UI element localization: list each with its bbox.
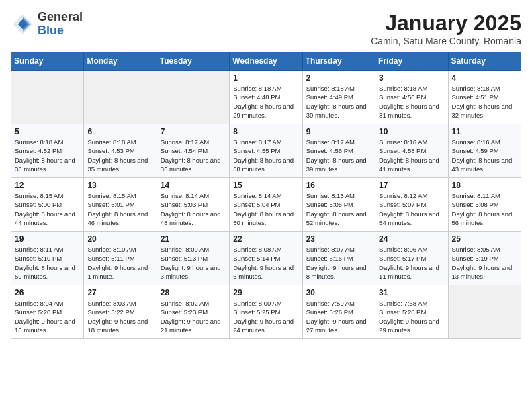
- calendar-cell: 2Sunrise: 8:18 AMSunset: 4:49 PMDaylight…: [302, 71, 375, 124]
- day-number: 16: [306, 181, 371, 190]
- calendar-cell: 8Sunrise: 8:17 AMSunset: 4:55 PMDaylight…: [230, 124, 302, 178]
- day-info: Sunrise: 8:18 AMSunset: 4:52 PMDaylight:…: [15, 138, 80, 173]
- day-number: 26: [15, 288, 80, 298]
- day-number: 5: [15, 127, 80, 136]
- day-info: Sunrise: 8:00 AMSunset: 5:25 PMDaylight:…: [233, 299, 298, 334]
- calendar-cell: 9Sunrise: 8:17 AMSunset: 4:56 PMDaylight…: [302, 124, 375, 178]
- week-row-1: 1Sunrise: 8:18 AMSunset: 4:48 PMDaylight…: [11, 71, 521, 124]
- logo-general: General: [38, 11, 83, 24]
- weekday-header-monday: Monday: [84, 52, 157, 71]
- day-info: Sunrise: 8:11 AMSunset: 5:08 PMDaylight:…: [452, 191, 517, 227]
- day-info: Sunrise: 8:05 AMSunset: 5:19 PMDaylight:…: [452, 245, 517, 281]
- calendar-cell: 4Sunrise: 8:18 AMSunset: 4:51 PMDaylight…: [448, 71, 521, 124]
- calendar-cell: [84, 71, 157, 124]
- day-info: Sunrise: 8:18 AMSunset: 4:48 PMDaylight:…: [233, 84, 298, 120]
- calendar-cell: 26Sunrise: 8:04 AMSunset: 5:20 PMDayligh…: [11, 285, 84, 339]
- day-info: Sunrise: 8:13 AMSunset: 5:06 PMDaylight:…: [306, 191, 371, 227]
- day-info: Sunrise: 8:17 AMSunset: 4:55 PMDaylight:…: [233, 138, 298, 173]
- day-number: 7: [161, 127, 226, 136]
- day-info: Sunrise: 8:09 AMSunset: 5:13 PMDaylight:…: [161, 245, 226, 281]
- day-info: Sunrise: 8:16 AMSunset: 4:59 PMDaylight:…: [452, 138, 517, 173]
- calendar-cell: 27Sunrise: 8:03 AMSunset: 5:22 PMDayligh…: [84, 285, 157, 339]
- page-header: General Blue January 2025 Camin, Satu Ma…: [11, 11, 521, 46]
- day-number: 25: [452, 234, 517, 244]
- day-info: Sunrise: 8:04 AMSunset: 5:20 PMDaylight:…: [15, 299, 80, 334]
- day-info: Sunrise: 8:16 AMSunset: 4:58 PMDaylight:…: [379, 138, 444, 173]
- calendar-cell: 16Sunrise: 8:13 AMSunset: 5:06 PMDayligh…: [302, 178, 375, 232]
- calendar-cell: [448, 285, 521, 339]
- day-info: Sunrise: 8:11 AMSunset: 5:10 PMDaylight:…: [15, 245, 80, 281]
- calendar-subtitle: Camin, Satu Mare County, Romania: [371, 36, 521, 46]
- calendar-cell: [157, 71, 229, 124]
- day-number: 18: [452, 181, 517, 190]
- calendar-cell: 10Sunrise: 8:16 AMSunset: 4:58 PMDayligh…: [375, 124, 448, 178]
- day-number: 29: [233, 288, 298, 298]
- day-number: 22: [233, 234, 298, 244]
- weekday-header-wednesday: Wednesday: [230, 52, 302, 71]
- calendar-cell: 17Sunrise: 8:12 AMSunset: 5:07 PMDayligh…: [375, 178, 448, 232]
- day-number: 2: [306, 73, 371, 83]
- week-row-3: 12Sunrise: 8:15 AMSunset: 5:00 PMDayligh…: [11, 178, 521, 232]
- day-info: Sunrise: 7:58 AMSunset: 5:28 PMDaylight:…: [379, 299, 444, 334]
- day-info: Sunrise: 8:10 AMSunset: 5:11 PMDaylight:…: [87, 245, 152, 281]
- day-number: 11: [452, 127, 517, 136]
- day-number: 30: [306, 288, 371, 298]
- day-number: 20: [87, 234, 152, 244]
- day-number: 4: [452, 73, 517, 83]
- logo-text: General Blue: [38, 11, 83, 38]
- day-info: Sunrise: 8:12 AMSunset: 5:07 PMDaylight:…: [379, 191, 444, 227]
- weekday-header-tuesday: Tuesday: [157, 52, 229, 71]
- day-info: Sunrise: 8:14 AMSunset: 5:03 PMDaylight:…: [161, 191, 226, 227]
- calendar-cell: 11Sunrise: 8:16 AMSunset: 4:59 PMDayligh…: [448, 124, 521, 178]
- week-row-5: 26Sunrise: 8:04 AMSunset: 5:20 PMDayligh…: [11, 285, 521, 339]
- day-number: 3: [379, 73, 444, 83]
- day-number: 21: [161, 234, 226, 244]
- day-number: 13: [87, 181, 152, 190]
- week-row-4: 19Sunrise: 8:11 AMSunset: 5:10 PMDayligh…: [11, 232, 521, 285]
- day-info: Sunrise: 8:18 AMSunset: 4:51 PMDaylight:…: [452, 84, 517, 120]
- calendar-title: January 2025: [371, 11, 521, 36]
- day-number: 24: [379, 234, 444, 244]
- logo-icon: [11, 12, 35, 36]
- weekday-header-sunday: Sunday: [11, 52, 84, 71]
- day-number: 15: [233, 181, 298, 190]
- calendar-cell: 13Sunrise: 8:15 AMSunset: 5:01 PMDayligh…: [84, 178, 157, 232]
- calendar-cell: 20Sunrise: 8:10 AMSunset: 5:11 PMDayligh…: [84, 232, 157, 285]
- calendar-cell: 23Sunrise: 8:07 AMSunset: 5:16 PMDayligh…: [302, 232, 375, 285]
- calendar-cell: 25Sunrise: 8:05 AMSunset: 5:19 PMDayligh…: [448, 232, 521, 285]
- calendar-cell: 18Sunrise: 8:11 AMSunset: 5:08 PMDayligh…: [448, 178, 521, 232]
- day-number: 28: [161, 288, 226, 298]
- calendar-cell: 31Sunrise: 7:58 AMSunset: 5:28 PMDayligh…: [375, 285, 448, 339]
- day-number: 9: [306, 127, 371, 136]
- day-number: 23: [306, 234, 371, 244]
- calendar-cell: 22Sunrise: 8:08 AMSunset: 5:14 PMDayligh…: [230, 232, 302, 285]
- day-info: Sunrise: 8:02 AMSunset: 5:23 PMDaylight:…: [161, 299, 226, 334]
- weekday-header-saturday: Saturday: [448, 52, 521, 71]
- day-number: 6: [87, 127, 152, 136]
- title-block: January 2025 Camin, Satu Mare County, Ro…: [371, 11, 521, 46]
- day-number: 1: [233, 73, 298, 83]
- calendar-cell: 1Sunrise: 8:18 AMSunset: 4:48 PMDaylight…: [230, 71, 302, 124]
- calendar-cell: 3Sunrise: 8:18 AMSunset: 4:50 PMDaylight…: [375, 71, 448, 124]
- calendar-cell: 21Sunrise: 8:09 AMSunset: 5:13 PMDayligh…: [157, 232, 229, 285]
- week-row-2: 5Sunrise: 8:18 AMSunset: 4:52 PMDaylight…: [11, 124, 521, 178]
- calendar-cell: 30Sunrise: 7:59 AMSunset: 5:26 PMDayligh…: [302, 285, 375, 339]
- day-info: Sunrise: 8:15 AMSunset: 5:00 PMDaylight:…: [15, 191, 80, 227]
- weekday-header-row: SundayMondayTuesdayWednesdayThursdayFrid…: [11, 52, 521, 71]
- calendar-cell: 7Sunrise: 8:17 AMSunset: 4:54 PMDaylight…: [157, 124, 229, 178]
- calendar-cell: 5Sunrise: 8:18 AMSunset: 4:52 PMDaylight…: [11, 124, 84, 178]
- day-info: Sunrise: 8:06 AMSunset: 5:17 PMDaylight:…: [379, 245, 444, 281]
- day-info: Sunrise: 8:18 AMSunset: 4:53 PMDaylight:…: [87, 138, 152, 173]
- day-info: Sunrise: 8:17 AMSunset: 4:54 PMDaylight:…: [161, 138, 226, 173]
- day-number: 8: [233, 127, 298, 136]
- day-info: Sunrise: 8:18 AMSunset: 4:49 PMDaylight:…: [306, 84, 371, 120]
- calendar-cell: 24Sunrise: 8:06 AMSunset: 5:17 PMDayligh…: [375, 232, 448, 285]
- day-info: Sunrise: 8:15 AMSunset: 5:01 PMDaylight:…: [87, 191, 152, 227]
- day-number: 31: [379, 288, 444, 298]
- calendar-cell: 6Sunrise: 8:18 AMSunset: 4:53 PMDaylight…: [84, 124, 157, 178]
- weekday-header-friday: Friday: [375, 52, 448, 71]
- calendar-cell: 12Sunrise: 8:15 AMSunset: 5:00 PMDayligh…: [11, 178, 84, 232]
- day-info: Sunrise: 7:59 AMSunset: 5:26 PMDaylight:…: [306, 299, 371, 334]
- day-number: 14: [161, 181, 226, 190]
- calendar-cell: [11, 71, 84, 124]
